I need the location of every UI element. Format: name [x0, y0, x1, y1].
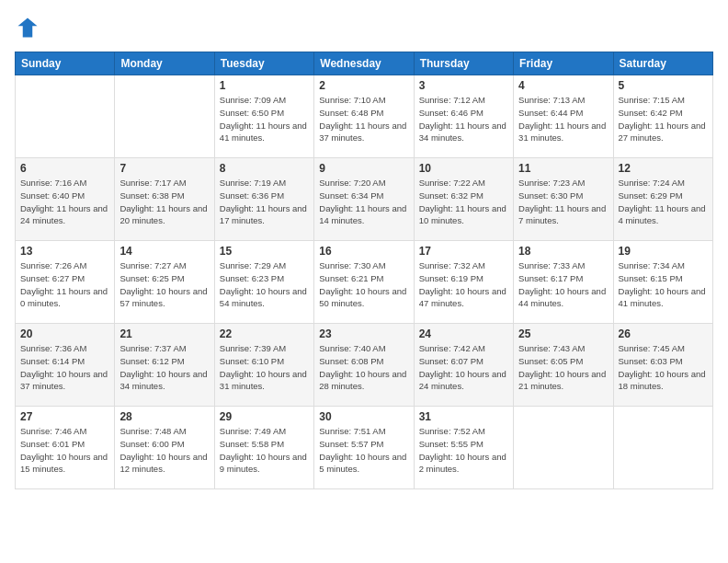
day-info: Sunrise: 7:24 AM Sunset: 6:29 PM Dayligh…	[619, 177, 708, 227]
day-number: 9	[319, 162, 408, 175]
day-info: Sunrise: 7:45 AM Sunset: 6:03 PM Dayligh…	[619, 342, 708, 393]
day-number: 19	[619, 245, 708, 258]
calendar-cell: 8Sunrise: 7:19 AM Sunset: 6:36 PM Daylig…	[214, 158, 313, 241]
calendar-cell: 23Sunrise: 7:40 AM Sunset: 6:08 PM Dayli…	[314, 324, 414, 407]
calendar-cell: 28Sunrise: 7:48 AM Sunset: 6:00 PM Dayli…	[115, 407, 214, 489]
day-number: 24	[419, 327, 508, 340]
day-info: Sunrise: 7:09 AM Sunset: 6:50 PM Dayligh…	[220, 94, 309, 144]
day-info: Sunrise: 7:52 AM Sunset: 5:55 PM Dayligh…	[419, 425, 508, 476]
day-info: Sunrise: 7:43 AM Sunset: 6:05 PM Dayligh…	[518, 342, 608, 393]
days-of-week-row: SundayMondayTuesdayWednesdayThursdayFrid…	[16, 52, 713, 75]
day-number: 28	[119, 410, 209, 423]
calendar-cell: 2Sunrise: 7:10 AM Sunset: 6:48 PM Daylig…	[314, 75, 414, 158]
day-info: Sunrise: 7:36 AM Sunset: 6:14 PM Dayligh…	[20, 342, 109, 393]
week-row-4: 20Sunrise: 7:36 AM Sunset: 6:14 PM Dayli…	[16, 324, 713, 407]
day-number: 23	[319, 327, 408, 340]
day-number: 22	[220, 327, 309, 340]
calendar-cell: 18Sunrise: 7:33 AM Sunset: 6:17 PM Dayli…	[514, 241, 613, 324]
calendar-cell: 14Sunrise: 7:27 AM Sunset: 6:25 PM Dayli…	[115, 241, 214, 324]
calendar-cell: 24Sunrise: 7:42 AM Sunset: 6:07 PM Dayli…	[414, 324, 513, 407]
logo-icon	[15, 15, 40, 40]
logo	[15, 15, 44, 40]
calendar-cell: 10Sunrise: 7:22 AM Sunset: 6:32 PM Dayli…	[414, 158, 513, 241]
calendar-cell: 16Sunrise: 7:30 AM Sunset: 6:21 PM Dayli…	[314, 241, 414, 324]
calendar-cell: 29Sunrise: 7:49 AM Sunset: 5:58 PM Dayli…	[214, 407, 313, 489]
week-row-3: 13Sunrise: 7:26 AM Sunset: 6:27 PM Dayli…	[16, 241, 713, 324]
calendar-cell: 30Sunrise: 7:51 AM Sunset: 5:57 PM Dayli…	[314, 407, 414, 489]
day-info: Sunrise: 7:39 AM Sunset: 6:10 PM Dayligh…	[220, 342, 309, 393]
calendar-cell: 13Sunrise: 7:26 AM Sunset: 6:27 PM Dayli…	[16, 241, 115, 324]
day-number: 15	[220, 245, 309, 258]
calendar-cell: 4Sunrise: 7:13 AM Sunset: 6:44 PM Daylig…	[514, 75, 613, 158]
day-info: Sunrise: 7:46 AM Sunset: 6:01 PM Dayligh…	[20, 425, 109, 476]
day-info: Sunrise: 7:33 AM Sunset: 6:17 PM Dayligh…	[518, 259, 608, 310]
calendar-cell: 22Sunrise: 7:39 AM Sunset: 6:10 PM Dayli…	[214, 324, 313, 407]
calendar-cell	[115, 75, 214, 158]
svg-marker-0	[18, 18, 38, 38]
calendar-cell: 5Sunrise: 7:15 AM Sunset: 6:42 PM Daylig…	[613, 75, 712, 158]
day-info: Sunrise: 7:17 AM Sunset: 6:38 PM Dayligh…	[119, 177, 209, 227]
calendar-cell: 26Sunrise: 7:45 AM Sunset: 6:03 PM Dayli…	[613, 324, 712, 407]
calendar-cell: 9Sunrise: 7:20 AM Sunset: 6:34 PM Daylig…	[314, 158, 414, 241]
week-row-2: 6Sunrise: 7:16 AM Sunset: 6:40 PM Daylig…	[16, 158, 713, 241]
calendar-table: SundayMondayTuesdayWednesdayThursdayFrid…	[15, 52, 713, 489]
day-info: Sunrise: 7:22 AM Sunset: 6:32 PM Dayligh…	[419, 177, 508, 227]
week-row-5: 27Sunrise: 7:46 AM Sunset: 6:01 PM Dayli…	[16, 407, 713, 489]
day-info: Sunrise: 7:10 AM Sunset: 6:48 PM Dayligh…	[319, 94, 408, 144]
day-number: 30	[319, 410, 408, 423]
calendar-cell: 3Sunrise: 7:12 AM Sunset: 6:46 PM Daylig…	[414, 75, 513, 158]
dow-header-saturday: Saturday	[613, 52, 712, 75]
day-info: Sunrise: 7:19 AM Sunset: 6:36 PM Dayligh…	[220, 177, 309, 227]
day-number: 27	[20, 410, 109, 423]
day-info: Sunrise: 7:42 AM Sunset: 6:07 PM Dayligh…	[419, 342, 508, 393]
day-number: 31	[419, 410, 508, 423]
day-info: Sunrise: 7:16 AM Sunset: 6:40 PM Dayligh…	[20, 177, 109, 227]
day-info: Sunrise: 7:37 AM Sunset: 6:12 PM Dayligh…	[119, 342, 209, 393]
dow-header-friday: Friday	[514, 52, 613, 75]
day-info: Sunrise: 7:27 AM Sunset: 6:25 PM Dayligh…	[119, 259, 209, 310]
day-number: 11	[518, 162, 608, 175]
day-info: Sunrise: 7:15 AM Sunset: 6:42 PM Dayligh…	[619, 94, 708, 144]
day-info: Sunrise: 7:13 AM Sunset: 6:44 PM Dayligh…	[518, 94, 608, 144]
day-info: Sunrise: 7:12 AM Sunset: 6:46 PM Dayligh…	[419, 94, 508, 144]
calendar-body: 1Sunrise: 7:09 AM Sunset: 6:50 PM Daylig…	[16, 75, 713, 489]
day-info: Sunrise: 7:29 AM Sunset: 6:23 PM Dayligh…	[220, 259, 309, 310]
day-number: 7	[119, 162, 209, 175]
day-info: Sunrise: 7:26 AM Sunset: 6:27 PM Dayligh…	[20, 259, 109, 310]
calendar-cell: 27Sunrise: 7:46 AM Sunset: 6:01 PM Dayli…	[16, 407, 115, 489]
day-number: 12	[619, 162, 708, 175]
calendar-cell: 12Sunrise: 7:24 AM Sunset: 6:29 PM Dayli…	[613, 158, 712, 241]
day-number: 18	[518, 245, 608, 258]
calendar-cell: 31Sunrise: 7:52 AM Sunset: 5:55 PM Dayli…	[414, 407, 513, 489]
calendar-cell: 1Sunrise: 7:09 AM Sunset: 6:50 PM Daylig…	[214, 75, 313, 158]
calendar-cell: 21Sunrise: 7:37 AM Sunset: 6:12 PM Dayli…	[115, 324, 214, 407]
day-number: 6	[20, 162, 109, 175]
day-number: 10	[419, 162, 508, 175]
calendar-cell: 20Sunrise: 7:36 AM Sunset: 6:14 PM Dayli…	[16, 324, 115, 407]
day-info: Sunrise: 7:51 AM Sunset: 5:57 PM Dayligh…	[319, 425, 408, 476]
day-number: 4	[518, 79, 608, 92]
day-number: 20	[20, 327, 109, 340]
day-number: 14	[119, 245, 209, 258]
day-number: 1	[220, 79, 309, 92]
day-info: Sunrise: 7:34 AM Sunset: 6:15 PM Dayligh…	[619, 259, 708, 310]
day-info: Sunrise: 7:49 AM Sunset: 5:58 PM Dayligh…	[220, 425, 309, 476]
dow-header-monday: Monday	[115, 52, 214, 75]
calendar-cell: 25Sunrise: 7:43 AM Sunset: 6:05 PM Dayli…	[514, 324, 613, 407]
dow-header-wednesday: Wednesday	[314, 52, 414, 75]
calendar-cell	[613, 407, 712, 489]
day-number: 8	[220, 162, 309, 175]
day-number: 5	[619, 79, 708, 92]
day-number: 21	[119, 327, 209, 340]
day-info: Sunrise: 7:40 AM Sunset: 6:08 PM Dayligh…	[319, 342, 408, 393]
day-info: Sunrise: 7:32 AM Sunset: 6:19 PM Dayligh…	[419, 259, 508, 310]
day-number: 16	[319, 245, 408, 258]
dow-header-sunday: Sunday	[16, 52, 115, 75]
day-info: Sunrise: 7:48 AM Sunset: 6:00 PM Dayligh…	[119, 425, 209, 476]
calendar-cell: 11Sunrise: 7:23 AM Sunset: 6:30 PM Dayli…	[514, 158, 613, 241]
day-number: 29	[220, 410, 309, 423]
calendar-cell	[16, 75, 115, 158]
day-number: 3	[419, 79, 508, 92]
calendar-cell: 7Sunrise: 7:17 AM Sunset: 6:38 PM Daylig…	[115, 158, 214, 241]
calendar-cell: 19Sunrise: 7:34 AM Sunset: 6:15 PM Dayli…	[613, 241, 712, 324]
